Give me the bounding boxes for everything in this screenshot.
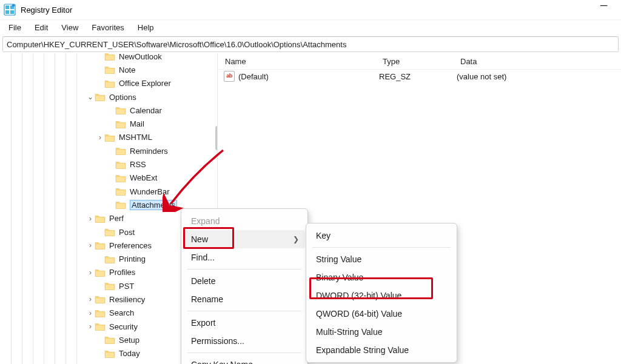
tree-node-label: Printing xyxy=(119,254,146,263)
tree-node-label: Search xyxy=(109,308,134,317)
folder-icon xyxy=(115,174,126,182)
separator xyxy=(312,247,451,248)
minimize-button[interactable]: ─ xyxy=(600,4,609,12)
tree-node[interactable]: WebExt xyxy=(0,171,217,185)
col-type[interactable]: Type xyxy=(383,57,460,66)
separator xyxy=(187,311,301,311)
titlebar: Registry Editor ─ xyxy=(0,0,621,20)
folder-icon xyxy=(104,53,115,61)
chevron-right-icon: ❯ xyxy=(293,235,299,243)
ctx-new-expand[interactable]: Expandable String Value xyxy=(309,341,454,359)
folder-icon xyxy=(95,93,106,101)
col-data[interactable]: Data xyxy=(460,57,621,66)
ctx-delete[interactable]: Delete xyxy=(184,272,305,290)
tree-node-label: Security xyxy=(109,322,138,331)
menu-favorites[interactable]: Favorites xyxy=(86,22,130,33)
folder-icon xyxy=(104,228,115,236)
svg-rect-1 xyxy=(5,5,9,9)
folder-icon xyxy=(95,214,106,223)
tree-node[interactable]: Office Explorer xyxy=(0,77,217,90)
menu-edit[interactable]: Edit xyxy=(29,22,54,33)
tree-node-label: MSHTML xyxy=(119,133,152,142)
separator xyxy=(187,352,301,353)
tree-node-label: RSS xyxy=(130,160,146,169)
tree-node[interactable]: Note xyxy=(0,63,217,76)
list-row[interactable]: ab (Default) REG_SZ (value not set) xyxy=(218,70,621,83)
chevron-right-icon[interactable]: › xyxy=(86,295,95,303)
string-value-icon: ab xyxy=(224,71,235,82)
chevron-right-icon[interactable]: › xyxy=(96,133,104,142)
folder-icon xyxy=(95,295,106,303)
folder-icon xyxy=(95,309,106,317)
svg-rect-4 xyxy=(10,10,14,14)
client-area: NewOutlookNoteOffice Explorer⌄OptionsCal… xyxy=(0,53,621,364)
col-name[interactable]: Name xyxy=(218,57,383,66)
folder-icon xyxy=(95,241,106,250)
separator xyxy=(187,269,301,270)
folder-icon xyxy=(115,200,126,209)
tree-node-label: Perf xyxy=(109,214,124,223)
ctx-copy-key-name[interactable]: Copy Key Name xyxy=(184,356,305,364)
ctx-rename[interactable]: Rename xyxy=(184,290,305,308)
menu-file[interactable]: File xyxy=(2,22,27,33)
folder-icon xyxy=(104,255,115,263)
ctx-new-binary[interactable]: Binary Value xyxy=(309,268,454,286)
ctx-find[interactable]: Find... xyxy=(184,248,305,266)
ctx-new-qword[interactable]: QWORD (64-bit) Value xyxy=(309,305,454,323)
folder-icon xyxy=(115,106,126,114)
address-bar[interactable]: Computer\HKEY_CURRENT_USER\Software\Micr… xyxy=(2,36,619,52)
tree-node[interactable]: RSS xyxy=(0,157,217,171)
ctx-new[interactable]: New ❯ xyxy=(184,230,305,248)
tree-node-label: Options xyxy=(109,93,136,102)
folder-icon xyxy=(95,322,106,331)
folder-icon xyxy=(104,133,115,142)
tree-node-label: Resiliency xyxy=(109,295,145,304)
tree-node[interactable]: ⌄Options xyxy=(0,90,217,104)
tree-node[interactable]: ›MSHTML xyxy=(0,131,217,144)
tree-node-label: Setup xyxy=(119,336,139,345)
folder-icon xyxy=(104,336,115,344)
tree-node[interactable]: WunderBar xyxy=(0,185,217,198)
menu-help[interactable]: Help xyxy=(132,22,160,33)
folder-icon xyxy=(115,120,126,128)
tree-node-label: WunderBar xyxy=(130,187,170,196)
folder-icon xyxy=(115,160,126,169)
ctx-permissions[interactable]: Permissions... xyxy=(184,332,305,350)
context-submenu-new: Key String Value Binary Value DWORD (32-… xyxy=(306,223,457,363)
folder-icon xyxy=(104,65,115,74)
context-menu: Expand New ❯ Find... Delete Rename Expor… xyxy=(181,208,308,364)
tree-node-label: PST xyxy=(119,282,134,291)
tree-node[interactable]: Mail xyxy=(0,117,217,130)
svg-rect-3 xyxy=(5,10,9,14)
folder-icon xyxy=(95,268,106,277)
window-title: Registry Editor xyxy=(21,5,72,15)
ctx-expand: Expand xyxy=(184,212,305,230)
tree-node-label: Preferences xyxy=(109,241,152,250)
svg-point-5 xyxy=(12,4,15,7)
ctx-export[interactable]: Export xyxy=(184,314,305,332)
tree-node[interactable]: NewOutlook xyxy=(0,53,217,63)
chevron-down-icon[interactable]: ⌄ xyxy=(86,93,95,101)
chevron-right-icon[interactable]: › xyxy=(86,268,95,277)
tree-node[interactable]: Calendar xyxy=(0,104,217,117)
ctx-new-string[interactable]: String Value xyxy=(309,250,454,268)
chevron-right-icon[interactable]: › xyxy=(86,309,95,317)
chevron-right-icon[interactable]: › xyxy=(86,241,95,250)
value-type: REG_SZ xyxy=(379,72,457,81)
folder-icon xyxy=(115,187,126,196)
ctx-new-multi[interactable]: Multi-String Value xyxy=(309,323,454,341)
folder-icon xyxy=(104,282,115,290)
tree-node-label: Attachments xyxy=(130,200,177,210)
ctx-new-key[interactable]: Key xyxy=(309,227,454,245)
tree-node-label: Mail xyxy=(130,119,144,128)
chevron-right-icon[interactable]: › xyxy=(86,322,95,331)
chevron-right-icon[interactable]: › xyxy=(86,214,95,223)
menubar: File Edit View Favorites Help xyxy=(0,20,621,35)
folder-icon xyxy=(104,79,115,88)
ctx-new-dword[interactable]: DWORD (32-bit) Value xyxy=(309,286,454,305)
ctx-new-label: New xyxy=(191,234,208,244)
tree-node[interactable]: Reminders xyxy=(0,144,217,157)
menu-view[interactable]: View xyxy=(55,22,84,33)
list-header: Name Type Data xyxy=(218,53,621,70)
tree-node-label: Calendar xyxy=(130,106,162,115)
